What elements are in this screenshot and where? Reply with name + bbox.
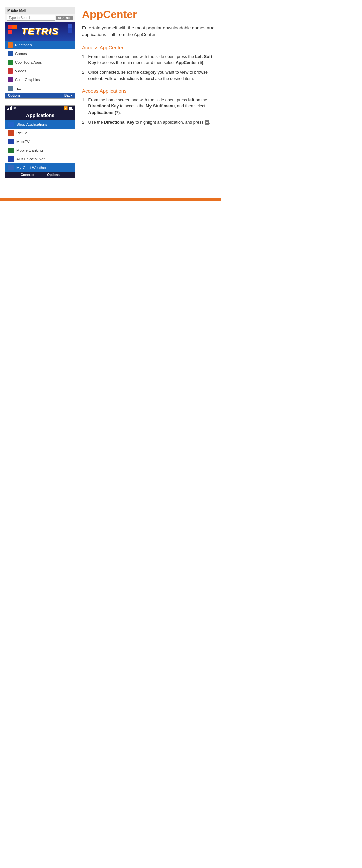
apps-step-1-text: From the home screen and with the slide … xyxy=(88,97,215,116)
applications-screen: atl 📶 Applications Shop Applications Pi xyxy=(5,105,76,178)
tetris-logo-text: TETRIS xyxy=(22,26,59,37)
banking-icon xyxy=(8,148,15,153)
section-title-appcenter: Access AppCenter xyxy=(82,44,215,50)
banking-label: Mobile Banking xyxy=(17,148,43,152)
footer-back[interactable]: Back xyxy=(64,94,73,97)
page-title: AppCenter xyxy=(82,8,215,21)
apps-menu-mobitv[interactable]: MobiTV xyxy=(5,137,75,146)
shop-label: Shop Applications xyxy=(17,122,47,126)
weather-icon xyxy=(8,165,15,170)
graphics-label: Color Graphics xyxy=(15,78,39,82)
apps-step-num-1: 1. xyxy=(82,97,85,116)
applications-steps: 1. From the home screen and with the sli… xyxy=(82,97,215,126)
games-icon xyxy=(7,51,13,57)
applications-title: Applications xyxy=(5,111,75,120)
phone-screenshots-column: MEdia Mall SEARCH TETRIS xyxy=(5,7,76,178)
apps-footer-options[interactable]: Options xyxy=(47,173,60,177)
menu-item-cool-tools[interactable]: Cool Tools/Apps xyxy=(5,58,75,67)
step-num-1: 1. xyxy=(82,54,85,66)
more-icon xyxy=(7,85,13,91)
intro-paragraph: Entertain yourself with the most popular… xyxy=(82,25,215,38)
social-icon xyxy=(8,156,15,162)
screen1-footer: Options Back xyxy=(5,93,75,98)
appcenter-step-2: 2. Once connected, select the category y… xyxy=(82,69,215,82)
menu-item-ringtones[interactable]: Ringtones xyxy=(5,40,75,49)
ok-button-icon: ■ xyxy=(205,120,209,125)
media-mall-screen: MEdia Mall SEARCH TETRIS xyxy=(5,7,76,99)
ringtones-label: Ringtones xyxy=(15,43,32,47)
apps-menu-weather[interactable]: My-Cast Weather xyxy=(5,163,75,172)
section-title-applications: Access Applications xyxy=(82,88,215,94)
social-label: AT&T Social Net xyxy=(17,157,45,161)
step-num-2: 2. xyxy=(82,69,85,82)
apps-step-1: 1. From the home screen and with the sli… xyxy=(82,97,215,116)
menu-item-games[interactable]: Games xyxy=(5,49,75,58)
ringtones-icon xyxy=(7,42,13,48)
step-2-text: Once connected, select the category you … xyxy=(88,69,215,82)
menu-item-videos[interactable]: Videos xyxy=(5,67,75,75)
mobitv-label: MobiTV xyxy=(17,140,30,144)
appcenter-steps: 1. From the home screen and with the sli… xyxy=(82,54,215,82)
content-column: AppCenter Entertain yourself with the mo… xyxy=(82,7,215,132)
search-button[interactable]: SEARCH xyxy=(56,16,74,21)
apps-step-num-2: 2. xyxy=(82,119,85,126)
menu-item-more[interactable]: Ti... xyxy=(5,84,75,93)
screen2-footer: Connect Options xyxy=(5,172,75,178)
appcenter-step-1: 1. From the home screen and with the sli… xyxy=(82,54,215,66)
status-bar: atl 📶 xyxy=(5,106,75,111)
apps-footer-connect[interactable]: Connect xyxy=(21,173,34,177)
apps-step-2-text: Use the Directional Key to highlight an … xyxy=(88,119,215,126)
tools-label: Cool Tools/Apps xyxy=(15,60,41,64)
apps-menu-picdial[interactable]: PicDial xyxy=(5,129,75,137)
shop-icon xyxy=(8,122,15,127)
videos-label: Videos xyxy=(15,69,26,73)
search-bar: SEARCH xyxy=(5,14,75,22)
mobitv-icon xyxy=(8,139,15,144)
status-icons: atl xyxy=(7,106,63,110)
graphics-icon xyxy=(7,77,13,83)
weather-label: My-Cast Weather xyxy=(17,166,46,170)
more-label: Ti... xyxy=(15,86,21,90)
footer-options[interactable]: Options xyxy=(8,94,21,97)
battery-icon xyxy=(69,107,74,110)
search-input[interactable] xyxy=(7,15,55,21)
apps-menu-social[interactable]: AT&T Social Net xyxy=(5,155,75,163)
tools-icon xyxy=(7,59,13,65)
picdial-icon xyxy=(8,130,15,135)
games-label: Games xyxy=(15,52,27,56)
step-1-text: From the home screen and with the slide … xyxy=(88,54,215,66)
orange-divider-bar xyxy=(0,198,221,201)
media-mall-title: MEdia Mall xyxy=(5,7,75,14)
menu-item-color-graphics[interactable]: Color Graphics xyxy=(5,75,75,84)
apps-menu-banking[interactable]: Mobile Banking xyxy=(5,146,75,155)
tetris-banner: TETRIS xyxy=(5,22,75,40)
videos-icon xyxy=(7,68,13,74)
apps-menu-shop[interactable]: Shop Applications xyxy=(5,120,75,129)
picdial-label: PicDial xyxy=(17,131,28,135)
apps-step-2: 2. Use the Directional Key to highlight … xyxy=(82,119,215,126)
